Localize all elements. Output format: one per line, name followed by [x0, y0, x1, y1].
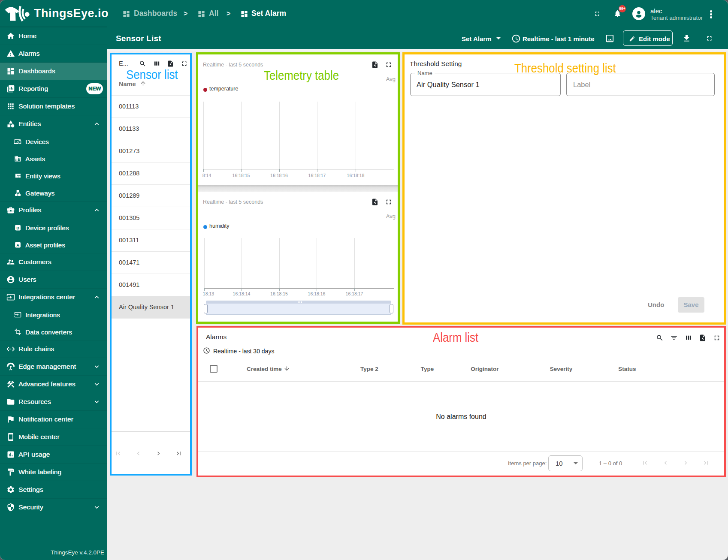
svg-text:A: A — [16, 243, 19, 247]
svg-text:D: D — [16, 226, 19, 230]
